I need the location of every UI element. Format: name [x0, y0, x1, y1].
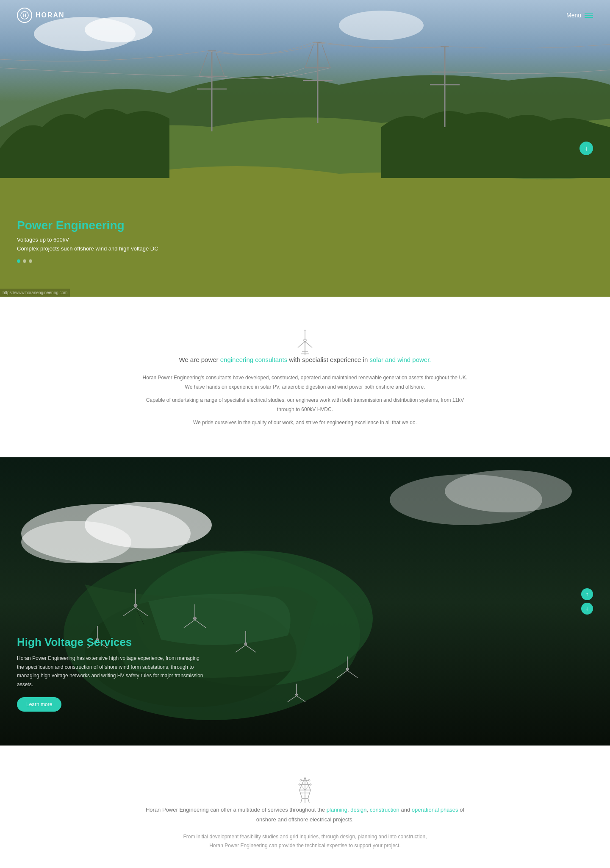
url-bar: https://www.horanengineering.com: [0, 289, 70, 297]
svg-line-25: [298, 342, 305, 348]
info-lead: We are power engineering consultants wit…: [17, 356, 593, 363]
svg-line-70: [305, 785, 310, 790]
hero1-title: Power Engineering: [17, 219, 158, 232]
info-lead-link1[interactable]: engineering consultants: [220, 356, 287, 363]
menu-button[interactable]: Menu: [566, 12, 593, 19]
svg-point-35: [21, 521, 131, 563]
wind-turbine-icon: [294, 326, 316, 356]
info-lead-link2[interactable]: solar and wind power.: [369, 356, 431, 363]
hero1-content: Power Engineering Voltages up to 600kV C…: [17, 219, 158, 263]
svg-line-77: [301, 798, 302, 803]
dot-inactive1: [23, 259, 26, 263]
hero2-body: Horan Power Engineering has extensive hi…: [17, 654, 203, 689]
section-3: Horan Power Engineering can offer a mult…: [0, 746, 610, 868]
hero1-subtitle2: Complex projects such offshore wind and …: [17, 245, 158, 253]
hero2-nav-buttons: ↑ ↓: [581, 588, 593, 615]
hamburger-icon: [585, 13, 593, 18]
logo[interactable]: H HORAN: [17, 8, 65, 23]
hero1-dots: [17, 259, 158, 263]
site-header: H HORAN Menu: [0, 0, 610, 31]
section3-text-before: Horan Power Engineering can offer a mult…: [146, 807, 327, 813]
hero-section-1: H HORAN Menu Power Engineering Voltages …: [0, 0, 610, 297]
section3-sub-text: From initial development feasibility stu…: [178, 832, 432, 851]
section3-link-planning[interactable]: planning: [327, 807, 347, 813]
nav-up-button[interactable]: ↑: [581, 588, 593, 600]
dot-active: [17, 259, 20, 263]
pylon-icon: [294, 775, 316, 805]
info-body-p1: Horan Power Engineering's consultants ha…: [140, 373, 470, 392]
hero1-subtitle1: Voltages up to 600kV: [17, 236, 158, 245]
hero2-title: High Voltage Services: [17, 636, 203, 649]
section3-main-text: Horan Power Engineering can offer a mult…: [144, 805, 466, 825]
section3-text-and: and: [399, 807, 412, 813]
svg-point-55: [346, 668, 349, 670]
arrow-down-icon: ↓: [585, 145, 588, 152]
hero-section-2: High Voltage Services Horan Power Engine…: [0, 457, 610, 746]
svg-line-66: [299, 777, 305, 790]
info-body: Horan Power Engineering's consultants ha…: [140, 373, 470, 428]
svg-point-47: [194, 617, 197, 620]
svg-point-38: [134, 604, 137, 607]
learn-more-button[interactable]: Learn more: [17, 697, 61, 712]
scroll-down-button[interactable]: ↓: [580, 142, 593, 155]
svg-point-59: [296, 693, 298, 696]
section3-link-design[interactable]: design: [350, 807, 366, 813]
svg-line-26: [305, 342, 312, 348]
section3-link-construction[interactable]: construction: [370, 807, 399, 813]
info-body-p2: Capable of undertaking a range of specia…: [140, 396, 470, 414]
hero2-content: High Voltage Services Horan Power Engine…: [17, 636, 203, 712]
info-lead-middle: with specialist experience in: [287, 356, 369, 363]
info-lead-before: We are power: [179, 356, 220, 363]
nav-down-button[interactable]: ↓: [581, 603, 593, 615]
svg-point-51: [244, 643, 247, 645]
section3-comma2: ,: [366, 807, 369, 813]
section3-link-operational[interactable]: operational phases: [412, 807, 458, 813]
svg-point-37: [445, 470, 572, 512]
svg-line-78: [308, 798, 309, 803]
dot-inactive2: [29, 259, 32, 263]
menu-label: Menu: [566, 12, 581, 19]
svg-line-69: [300, 785, 305, 790]
logo-svg: H: [20, 11, 29, 20]
info-section: We are power engineering consultants wit…: [0, 297, 610, 457]
info-body-p3: We pride ourselves in the quality of our…: [140, 418, 470, 428]
logo-text: HORAN: [36, 11, 65, 19]
svg-text:H: H: [23, 13, 26, 18]
svg-line-67: [305, 777, 311, 790]
logo-icon: H: [17, 8, 32, 23]
